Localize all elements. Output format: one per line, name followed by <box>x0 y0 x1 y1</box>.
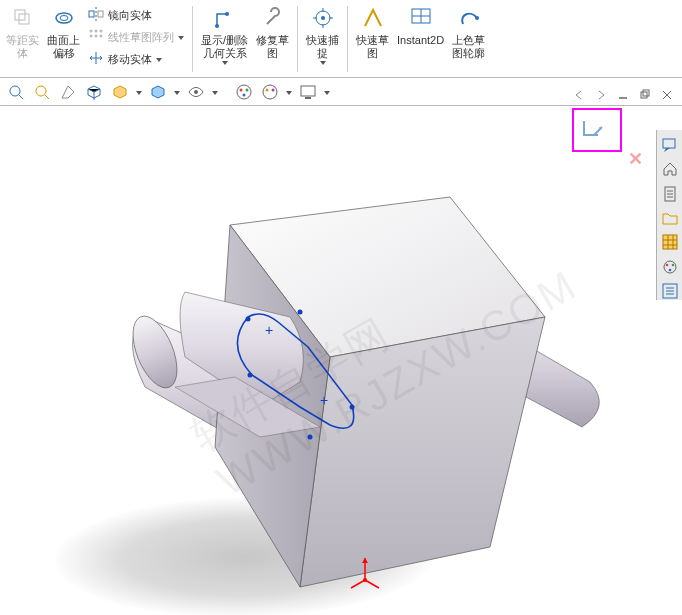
chevron-down-icon <box>178 36 184 40</box>
svg-rect-31 <box>643 90 649 96</box>
linear-pattern-label: 线性草图阵列 <box>108 30 174 45</box>
separator <box>347 6 348 72</box>
restore-button[interactable] <box>638 88 652 102</box>
svg-point-9 <box>90 35 93 38</box>
svg-point-19 <box>36 86 46 96</box>
svg-rect-41 <box>663 139 675 148</box>
offset-entity-button[interactable]: 等距实体 <box>2 2 43 76</box>
chevron-down-icon <box>156 58 162 62</box>
edit-appearance-button[interactable] <box>258 81 282 103</box>
svg-point-25 <box>263 85 277 99</box>
hide-show-button[interactable] <box>146 81 170 103</box>
svg-point-34 <box>298 310 303 315</box>
svg-text:+: + <box>320 392 328 408</box>
next-tab-button[interactable] <box>594 88 608 102</box>
chevron-down-icon[interactable] <box>136 91 142 95</box>
svg-point-10 <box>95 35 98 38</box>
svg-point-15 <box>321 16 325 20</box>
repair-sketch-button[interactable]: 修复草图 <box>252 2 293 76</box>
graphics-viewport[interactable]: + + 软件自学网WWW.RJZXW.COM <box>0 107 652 613</box>
svg-rect-28 <box>301 86 315 96</box>
separator <box>192 6 193 72</box>
chevron-down-icon[interactable] <box>286 91 292 95</box>
svg-point-20 <box>194 90 198 94</box>
chevron-down-icon <box>320 61 326 65</box>
section-view-button[interactable] <box>56 81 80 103</box>
display-style-button[interactable] <box>108 81 132 103</box>
scene-button[interactable] <box>184 81 208 103</box>
svg-point-40 <box>363 578 367 582</box>
svg-text:+: + <box>265 322 273 338</box>
close-button[interactable] <box>660 88 674 102</box>
quick-sketch-label: 快速草图 <box>356 34 389 59</box>
svg-point-37 <box>308 435 313 440</box>
surface-offset-icon <box>50 4 78 32</box>
zoom-fit-button[interactable] <box>4 81 28 103</box>
exit-sketch-button[interactable]: ✕ <box>628 148 643 170</box>
svg-point-22 <box>240 88 243 91</box>
feedback-icon[interactable] <box>660 136 680 154</box>
doc-icon[interactable] <box>660 185 680 203</box>
table-icon[interactable] <box>660 233 680 251</box>
repair-sketch-label: 修复草图 <box>256 34 289 59</box>
separator <box>297 6 298 72</box>
svg-point-7 <box>95 30 98 33</box>
confirm-sketch-button[interactable] <box>580 117 610 147</box>
appearance-button[interactable] <box>232 81 256 103</box>
surface-offset-button[interactable]: 曲面上偏移 <box>43 2 84 76</box>
chevron-down-icon[interactable] <box>174 91 180 95</box>
quick-snap-button[interactable]: 快速捕捉 <box>302 2 343 76</box>
mirror-entity-button[interactable]: 镜向实体 <box>88 4 184 26</box>
svg-point-21 <box>237 85 251 99</box>
home-icon[interactable] <box>660 160 680 178</box>
show-hide-relations-button[interactable]: 显示/删除几何关系 <box>197 2 252 76</box>
move-entity-button[interactable]: 移动实体 <box>88 48 184 70</box>
svg-rect-30 <box>641 92 647 98</box>
sketch-contour-icon <box>455 4 483 32</box>
show-hide-relations-icon <box>211 4 239 32</box>
sketch-contour-button[interactable]: 上色草图轮廓 <box>448 2 489 76</box>
quick-sketch-button[interactable]: 快速草图 <box>352 2 393 76</box>
minimize-button[interactable] <box>616 88 630 102</box>
linear-pattern-icon <box>88 28 104 46</box>
show-hide-relations-label: 显示/删除几何关系 <box>201 34 248 59</box>
chevron-down-icon[interactable] <box>324 91 330 95</box>
surface-offset-label: 曲面上偏移 <box>47 34 80 59</box>
chevron-down-icon[interactable] <box>212 91 218 95</box>
model-3d: + + <box>0 107 652 613</box>
svg-point-33 <box>246 317 251 322</box>
quick-snap-icon <box>309 4 337 32</box>
quick-sketch-icon <box>359 4 387 32</box>
repair-sketch-icon <box>259 4 287 32</box>
svg-point-11 <box>100 35 103 38</box>
prev-tab-button[interactable] <box>572 88 586 102</box>
svg-point-18 <box>10 86 20 96</box>
zoom-area-button[interactable] <box>30 81 54 103</box>
instant2d-icon <box>407 4 435 32</box>
svg-point-12 <box>215 24 219 28</box>
svg-point-26 <box>266 88 269 91</box>
ribbon-toolbar: 等距实体 曲面上偏移 镜向实体 线性草图阵列 移动实体 显示/删除几何关系 <box>0 0 682 78</box>
svg-point-36 <box>350 405 355 410</box>
view-orientation-button[interactable] <box>82 81 106 103</box>
folder-icon[interactable] <box>660 209 680 227</box>
instant2d-label: Instant2D <box>397 34 444 47</box>
linear-pattern-button[interactable]: 线性草图阵列 <box>88 26 184 48</box>
move-entity-icon <box>88 50 104 68</box>
svg-point-8 <box>100 30 103 33</box>
sketch-contour-label: 上色草图轮廓 <box>452 34 485 59</box>
instant2d-button[interactable]: Instant2D <box>393 2 448 76</box>
origin-triad <box>345 552 385 592</box>
render-button[interactable] <box>296 81 320 103</box>
appearance-icon[interactable] <box>660 257 680 275</box>
list-icon[interactable] <box>660 282 680 300</box>
svg-point-2 <box>56 13 72 23</box>
svg-point-17 <box>475 16 479 20</box>
svg-point-47 <box>668 268 671 271</box>
quick-snap-label: 快速捕捉 <box>306 34 339 59</box>
svg-rect-1 <box>19 14 29 24</box>
window-controls <box>572 88 674 102</box>
svg-rect-4 <box>89 11 94 17</box>
move-entity-label: 移动实体 <box>108 52 152 67</box>
svg-point-3 <box>60 16 68 21</box>
